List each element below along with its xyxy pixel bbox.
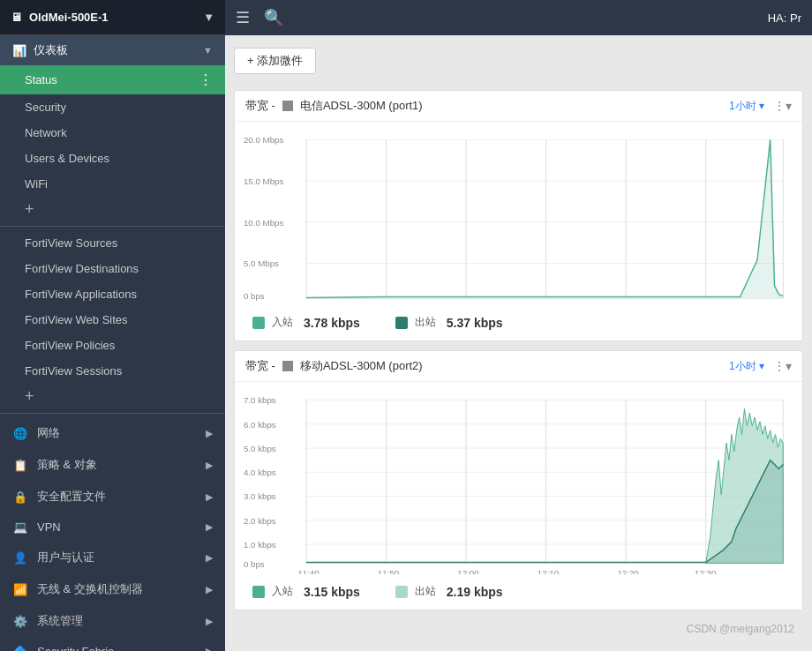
device-name: OldMei-500E-1 [29, 11, 109, 24]
widget-2-svg: 7.0 kbps 6.0 kbps 5.0 kbps 4.0 kbps 3.0 … [242, 389, 792, 574]
device-header-arrow: ▼ [203, 11, 214, 24]
widget-2-header: 带宽 - 移动ADSL-300M (port2) 1小时 ▾ ⋮▾ [235, 351, 802, 382]
widget-1-legend: 入站 3.78 kbps 出站 5.37 kbps [235, 308, 802, 340]
widget-2-controls: 1小时 ▾ ⋮▾ [729, 359, 792, 374]
search-icon[interactable]: 🔍 [264, 8, 283, 27]
device-icon: 🖥 [11, 11, 22, 24]
widget-1-title: 带宽 - 电信ADSL-300M (port1) [245, 98, 423, 114]
svg-text:20.0 Mbps: 20.0 Mbps [244, 135, 284, 145]
dashboard-section[interactable]: 📊 仪表板 ▼ [0, 35, 225, 65]
policy-icon: 📋 [12, 459, 28, 472]
security-profile-icon: 🔒 [12, 490, 28, 504]
sidebar-nav-user-auth[interactable]: 👤 用户与认证 ▶ [0, 542, 225, 573]
main-content: ☰ 🔍 HA: Pr + 添加微件 带宽 - 电信ADSL-300M (port… [225, 0, 812, 651]
svg-text:12:00: 12:00 [457, 303, 479, 305]
widget-1-icon [282, 101, 293, 111]
add-tab-button[interactable]: + [0, 197, 225, 222]
legend-out-color-2 [395, 586, 408, 598]
sidebar-divider-2 [0, 413, 225, 414]
widget-1-chart: 20.0 Mbps 15.0 Mbps 10.0 Mbps 5.0 Mbps 0… [235, 122, 802, 308]
sidebar-item-fortiview-policies[interactable]: FortiView Policies [0, 333, 225, 358]
widget-1-name: 电信ADSL-300M (port1) [300, 98, 423, 114]
legend-out-2: 出站 2.19 kbps [395, 584, 503, 599]
widget-1-controls: 1小时 ▾ ⋮▾ [729, 99, 792, 114]
svg-text:12:00: 12:00 [457, 568, 479, 574]
sidebar-nav-system[interactable]: ⚙️ 系统管理 ▶ [0, 605, 225, 637]
svg-text:11:50: 11:50 [378, 303, 400, 305]
svg-text:15.0 Mbps: 15.0 Mbps [244, 176, 284, 186]
sidebar-item-fortiview-sessions[interactable]: FortiView Sessions [0, 358, 225, 384]
svg-text:0 bps: 0 bps [244, 559, 265, 569]
vpn-arrow: ▶ [206, 521, 213, 533]
vpn-icon: 💻 [12, 520, 28, 534]
dashboard-arrow: ▼ [203, 45, 213, 56]
svg-text:6.0 kbps: 6.0 kbps [244, 420, 276, 430]
add-widget-bar: + 添加微件 [234, 44, 803, 81]
user-auth-icon: 👤 [12, 551, 28, 565]
legend-in-1: 入站 3.78 kbps [252, 315, 360, 330]
sidebar-item-fortiview-destinations[interactable]: FortiView Destinations [0, 256, 225, 281]
sidebar-item-fortiview-sources[interactable]: FortiView Sources [0, 230, 225, 256]
svg-text:2.0 kbps: 2.0 kbps [244, 516, 276, 526]
device-header[interactable]: 🖥 OldMei-500E-1 ▼ [0, 0, 225, 35]
sidebar-nav-wireless[interactable]: 📶 无线 & 交换机控制器 ▶ [0, 573, 225, 605]
legend-in-color-2 [252, 586, 265, 598]
status-dots[interactable]: ⋮ [199, 71, 213, 88]
widget-2-time-select[interactable]: 1小时 ▾ [729, 359, 764, 374]
widget-1-svg: 20.0 Mbps 15.0 Mbps 10.0 Mbps 5.0 Mbps 0… [242, 129, 792, 305]
user-auth-arrow: ▶ [206, 552, 213, 564]
security-fabric-arrow: ▶ [206, 646, 213, 651]
svg-text:0 bps: 0 bps [244, 291, 265, 301]
widget-1-menu[interactable]: ⋮▾ [773, 99, 792, 113]
sidebar-item-network[interactable]: Network [0, 120, 225, 146]
svg-text:12:30: 12:30 [695, 303, 717, 305]
svg-text:5.0 kbps: 5.0 kbps [244, 444, 276, 453]
add-widget-button[interactable]: + 添加微件 [234, 48, 316, 74]
sidebar-nav-security-profile[interactable]: 🔒 安全配置文件 ▶ [0, 481, 225, 513]
svg-text:11:50: 11:50 [378, 568, 400, 574]
watermark: CSDN @meigang2012 [234, 619, 803, 640]
widget-1-time-select[interactable]: 1小时 ▾ [729, 99, 764, 114]
sidebar-item-security[interactable]: Security [0, 94, 225, 120]
sidebar-divider-1 [0, 226, 225, 227]
svg-text:12:30: 12:30 [695, 568, 717, 574]
widget-2-legend: 入站 3.15 kbps 出站 2.19 kbps [235, 577, 802, 610]
network-arrow: ▶ [206, 428, 213, 439]
hamburger-icon[interactable]: ☰ [236, 8, 250, 27]
legend-out-1: 出站 5.37 kbps [395, 315, 503, 330]
dashboard-icon: 📊 [12, 44, 26, 57]
svg-text:4.0 kbps: 4.0 kbps [244, 468, 276, 477]
svg-text:5.0 Mbps: 5.0 Mbps [244, 258, 279, 268]
ha-status: HA: Pr [768, 11, 801, 25]
svg-marker-17 [306, 139, 783, 298]
security-fabric-icon: 🔷 [12, 645, 28, 651]
widget-2-menu[interactable]: ⋮▾ [773, 359, 792, 373]
sidebar-item-status[interactable]: Status ⋮ [0, 65, 225, 94]
widget-2-title: 带宽 - 移动ADSL-300M (port2) [245, 358, 423, 374]
svg-text:1.0 kbps: 1.0 kbps [244, 540, 276, 550]
svg-text:3.0 kbps: 3.0 kbps [244, 491, 276, 501]
sidebar: 🖥 OldMei-500E-1 ▼ 📊 仪表板 ▼ Status ⋮ Secur… [0, 0, 225, 651]
sidebar-item-users[interactable]: Users & Devices [0, 146, 225, 171]
sidebar-nav-policy[interactable]: 📋 策略 & 对象 ▶ [0, 449, 225, 481]
legend-in-color-1 [252, 317, 265, 329]
svg-text:12:10: 12:10 [538, 303, 560, 305]
system-icon: ⚙️ [12, 615, 28, 628]
widget-1-header: 带宽 - 电信ADSL-300M (port1) 1小时 ▾ ⋮▾ [235, 91, 802, 122]
sidebar-item-fortiview-applications[interactable]: FortiView Applications [0, 281, 225, 307]
sidebar-nav-vpn[interactable]: 💻 VPN ▶ [0, 513, 225, 542]
widget-2-name: 移动ADSL-300M (port2) [300, 358, 423, 374]
add-fortiview-button[interactable]: + [0, 384, 225, 409]
widget-2-icon [282, 361, 293, 371]
sidebar-item-fortiview-websites[interactable]: FortiView Web Sites [0, 307, 225, 333]
sidebar-nav-network[interactable]: 🌐 网络 ▶ [0, 417, 225, 449]
sidebar-item-wifi[interactable]: WiFi [0, 171, 225, 197]
security-profile-arrow: ▶ [206, 491, 213, 503]
wireless-arrow: ▶ [206, 584, 213, 595]
svg-text:7.0 kbps: 7.0 kbps [244, 395, 276, 405]
svg-text:12:20: 12:20 [617, 303, 639, 305]
widget-2-chart: 7.0 kbps 6.0 kbps 5.0 kbps 4.0 kbps 3.0 … [235, 382, 802, 577]
sidebar-scroll: 📊 仪表板 ▼ Status ⋮ Security Network Users … [0, 35, 225, 651]
sidebar-nav-security-fabric[interactable]: 🔷 Security Fabric ▶ [0, 637, 225, 651]
network-icon: 🌐 [12, 427, 28, 440]
